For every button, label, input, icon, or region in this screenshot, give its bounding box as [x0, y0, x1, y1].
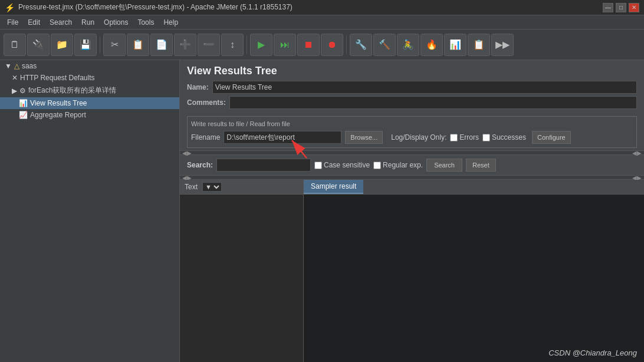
window-controls: — □ ✕ — [603, 3, 639, 12]
case-sensitive-text: Case sensitive — [324, 161, 370, 169]
file-row: Filename Browse... Log/Display Only: Err… — [191, 131, 633, 144]
menu-edit[interactable]: Edit — [23, 17, 45, 28]
comments-input[interactable] — [229, 96, 637, 109]
sampler-result-tab[interactable]: Sampler result — [304, 180, 363, 194]
log-display-label: Log/Display Only: — [391, 133, 446, 141]
toolbar-stop[interactable]: ⏹ — [297, 34, 320, 56]
aggregate-icon: 📈 — [19, 111, 28, 119]
browse-button[interactable]: Browse... — [345, 131, 383, 144]
divider-bar-1: ◀▶ ◀▶ — [180, 150, 644, 155]
window-title: Pressure-test.jmx (D:\soft\meter包\Pressu… — [18, 2, 293, 12]
toolbar-start-nolog[interactable]: ⏭ — [274, 34, 296, 56]
app-icon: ⚡ — [5, 3, 15, 12]
menu-help[interactable]: Help — [159, 17, 183, 28]
toolbar-start[interactable]: ▶ — [250, 34, 272, 56]
search-row: Search: Case sensitive Regular exp. Sear… — [180, 155, 644, 175]
foreach-expand-icon: ▶ — [12, 87, 17, 95]
http-icon: ✕ — [12, 74, 18, 82]
content-area: View Results Tree Name: Comments: Write … — [180, 60, 644, 362]
toolbar-more[interactable]: ▶▶ — [491, 34, 514, 56]
text-format-select[interactable]: ▼ — [202, 182, 222, 192]
results-right-panel: Sampler result — [304, 180, 644, 362]
menu-search[interactable]: Search — [45, 17, 77, 28]
successes-checkbox[interactable] — [482, 134, 490, 141]
toolbar-new[interactable]: 🗒 — [4, 34, 26, 56]
menu-bar: File Edit Search Run Options Tools Help — [0, 15, 644, 29]
file-section-legend: Write results to file / Read from file — [191, 120, 633, 127]
sampler-tab-label: Sampler result — [311, 182, 356, 190]
sidebar-item-label: HTTP Request Defaults — [20, 74, 95, 82]
search-label: Search: — [187, 161, 213, 169]
toolbar-log[interactable]: 📋 — [468, 34, 490, 56]
right-tabs: Sampler result — [304, 180, 644, 195]
sidebar-item-aggregate[interactable]: 📈 Aggregate Report — [0, 109, 179, 121]
divider-bar-2: ◀▶ ◀▶ — [180, 175, 644, 180]
saas-expand-icon: ▼ — [5, 62, 12, 70]
errors-checkbox[interactable] — [450, 134, 458, 141]
results-area: Text ▼ Sampler result — [180, 180, 644, 362]
menu-options[interactable]: Options — [99, 17, 133, 28]
comments-field-row: Comments: — [187, 96, 637, 109]
search-input[interactable] — [216, 159, 311, 172]
regular-exp-checkbox[interactable] — [373, 162, 381, 169]
toolbar-save[interactable]: 💾 — [74, 34, 97, 56]
toolbar-search[interactable]: 🚴 — [397, 34, 419, 56]
reset-button[interactable]: Reset — [466, 159, 496, 172]
menu-file[interactable]: File — [2, 17, 23, 28]
sidebar-item-saas[interactable]: ▼ △ saas — [0, 60, 179, 72]
sidebar-item-http-defaults[interactable]: ✕ HTTP Request Defaults — [0, 72, 179, 84]
configure-button[interactable]: Configure — [532, 131, 571, 144]
errors-checkbox-label[interactable]: Errors — [450, 133, 479, 141]
toolbar-expand[interactable]: ➕ — [174, 34, 196, 56]
toolbar-clear-all[interactable]: 🔨 — [373, 34, 396, 56]
toolbar-sep2 — [247, 36, 247, 54]
foreach-icon: ⚙ — [19, 87, 26, 95]
title-left: ⚡ Pressure-test.jmx (D:\soft\meter包\Pres… — [5, 2, 293, 12]
toolbar-templates[interactable]: 🔌 — [27, 34, 50, 56]
text-tab-label: Text — [185, 183, 198, 191]
toolbar-toggle[interactable]: ↕ — [221, 34, 244, 56]
view-results-icon: 📊 — [19, 99, 28, 107]
close-button[interactable]: ✕ — [629, 3, 639, 12]
toolbar-sep3 — [346, 36, 347, 54]
sidebar-item-label: saas — [22, 62, 37, 70]
title-bar: ⚡ Pressure-test.jmx (D:\soft\meter包\Pres… — [0, 0, 644, 15]
filename-label: Filename — [191, 133, 220, 141]
watermark: CSDN @Chiandra_Leong — [548, 348, 637, 357]
toolbar-report[interactable]: 📊 — [444, 34, 466, 56]
menu-run[interactable]: Run — [77, 17, 99, 28]
toolbar: 🗒 🔌 📁 💾 ✂ 📋 📄 ➕ ➖ ↕ ▶ ⏭ ⏹ ⏺ 🔧 🔨 🚴 🔥 📊 📋 … — [0, 29, 644, 60]
toolbar-cut[interactable]: ✂ — [103, 34, 126, 56]
toolbar-clear[interactable]: 🔧 — [350, 34, 372, 56]
case-sensitive-label[interactable]: Case sensitive — [314, 161, 370, 169]
regular-exp-label[interactable]: Regular exp. — [373, 161, 423, 169]
errors-label: Errors — [459, 133, 479, 141]
filename-input[interactable] — [224, 131, 341, 144]
maximize-button[interactable]: □ — [616, 3, 626, 12]
sidebar-item-view-results[interactable]: 📊 View Results Tree — [0, 97, 179, 109]
name-label: Name: — [187, 83, 209, 91]
toolbar-fire[interactable]: 🔥 — [420, 34, 443, 56]
name-field-row: Name: — [187, 81, 637, 94]
toolbar-collapse[interactable]: ➖ — [198, 34, 220, 56]
minimize-button[interactable]: — — [603, 3, 613, 12]
toolbar-open[interactable]: 📁 — [51, 34, 73, 56]
sidebar-item-foreach[interactable]: ▶ ⚙ forEach获取所有的采单详情 — [0, 84, 179, 97]
toolbar-paste[interactable]: 📄 — [150, 34, 173, 56]
regular-exp-text: Regular exp. — [383, 161, 423, 169]
results-left-tab: Text ▼ — [180, 180, 303, 195]
successes-checkbox-label[interactable]: Successes — [482, 133, 526, 141]
search-button[interactable]: Search — [426, 159, 462, 172]
sidebar: ▼ △ saas ✕ HTTP Request Defaults ▶ ⚙ for… — [0, 60, 180, 362]
name-input[interactable] — [212, 81, 637, 94]
menu-tools[interactable]: Tools — [133, 17, 159, 28]
case-sensitive-checkbox[interactable] — [314, 162, 322, 169]
toolbar-sep1 — [100, 36, 100, 54]
sidebar-item-label: Aggregate Report — [30, 111, 86, 119]
saas-icon: △ — [14, 62, 19, 70]
panel-title: View Results Tree — [187, 65, 637, 77]
toolbar-copy[interactable]: 📋 — [127, 34, 149, 56]
toolbar-shutdown[interactable]: ⏺ — [321, 34, 343, 56]
sampler-content — [304, 195, 644, 362]
comments-label: Comments: — [187, 98, 226, 107]
